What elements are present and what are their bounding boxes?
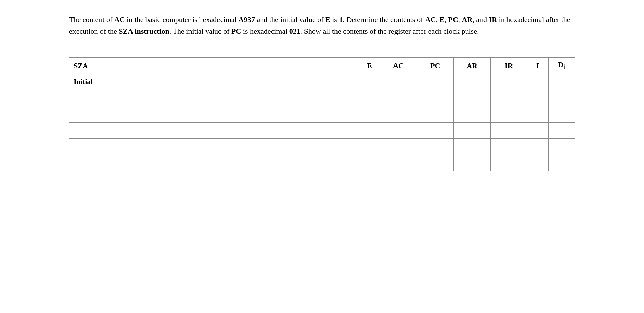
cell-ir-initial [491,74,527,90]
table-row [69,106,575,122]
table-row [69,155,575,171]
cell-ac-3 [380,122,417,138]
cell-ar-4 [453,138,490,155]
cell-sza-3 [69,122,359,138]
table-row [69,138,575,155]
cell-pc-3 [417,122,453,138]
cell-sza-1 [69,90,359,106]
cell-di-initial [548,74,575,90]
register-table-container: SZA E AC PC AR IR I Di Initial [69,57,575,171]
header-sza: SZA [69,58,359,74]
cell-sza-2 [69,106,359,122]
cell-di-4 [548,138,575,155]
cell-ar-5 [453,155,490,171]
cell-di-3 [548,122,575,138]
cell-ar-1 [453,90,490,106]
cell-e-4 [359,138,380,155]
cell-ar-initial [453,74,490,90]
cell-i-5 [527,155,548,171]
cell-ac-4 [380,138,417,155]
cell-sza-4 [69,138,359,155]
header-pc: PC [417,58,453,74]
cell-di-5 [548,155,575,171]
cell-pc-2 [417,106,453,122]
cell-i-3 [527,122,548,138]
table-row-initial: Initial [69,74,575,90]
cell-ac-2 [380,106,417,122]
cell-e-2 [359,106,380,122]
register-table: SZA E AC PC AR IR I Di Initial [69,57,575,171]
cell-sza-5 [69,155,359,171]
cell-ir-1 [491,90,527,106]
cell-ir-3 [491,122,527,138]
cell-di-2 [548,106,575,122]
cell-i-4 [527,138,548,155]
cell-i-initial [527,74,548,90]
header-ac: AC [380,58,417,74]
header-di: Di [548,58,575,74]
cell-ir-5 [491,155,527,171]
cell-pc-4 [417,138,453,155]
cell-pc-initial [417,74,453,90]
cell-e-initial [359,74,380,90]
table-row [69,90,575,106]
cell-pc-1 [417,90,453,106]
cell-ac-initial [380,74,417,90]
problem-statement: The content of AC in the basic computer … [69,14,575,37]
cell-e-3 [359,122,380,138]
header-i: I [527,58,548,74]
header-ar: AR [453,58,490,74]
cell-ac-1 [380,90,417,106]
cell-e-5 [359,155,380,171]
cell-sza-initial: Initial [69,74,359,90]
cell-i-1 [527,90,548,106]
cell-pc-5 [417,155,453,171]
cell-ir-2 [491,106,527,122]
header-ir: IR [491,58,527,74]
cell-i-2 [527,106,548,122]
cell-ar-3 [453,122,490,138]
header-e: E [359,58,380,74]
table-row [69,122,575,138]
cell-ac-5 [380,155,417,171]
cell-e-1 [359,90,380,106]
cell-ir-4 [491,138,527,155]
cell-ar-2 [453,106,490,122]
cell-di-1 [548,90,575,106]
